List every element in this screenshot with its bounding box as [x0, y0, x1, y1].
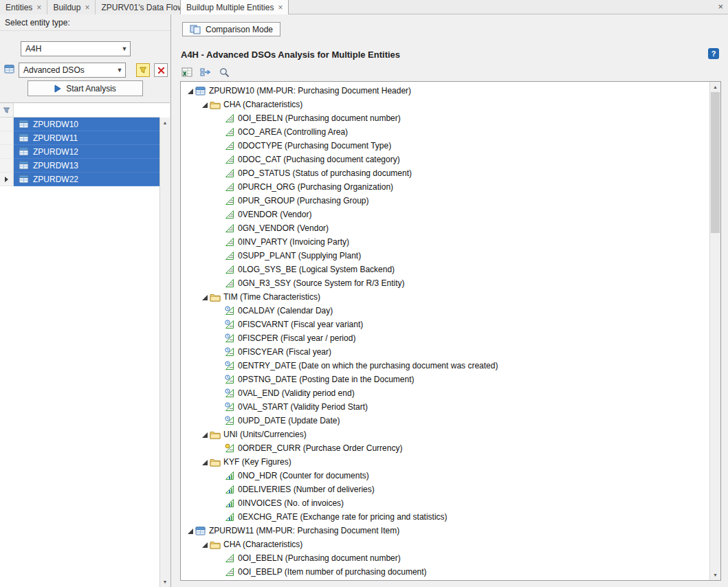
- scroll-up-icon[interactable]: ▲: [160, 118, 170, 128]
- tree-row[interactable]: 0LOG_SYS_BE (Logical System Backend): [181, 263, 709, 276]
- expander-spacer: [214, 251, 223, 261]
- entity-list: ZPURDW10ZPURDW11ZPURDW12ZPURDW13ZPURDW22: [0, 118, 159, 186]
- entity-row[interactable]: ZPURDW22: [0, 173, 159, 186]
- scroll-down-icon[interactable]: ▼: [710, 570, 720, 580]
- tab-buildup-multiple-entities[interactable]: Buildup Multiple Entities×: [180, 0, 289, 14]
- filter-button[interactable]: [136, 63, 150, 77]
- comparison-mode-button[interactable]: Comparison Mode: [182, 22, 280, 36]
- grid-filter-row: [0, 103, 159, 118]
- expander-icon[interactable]: [199, 292, 209, 302]
- tree-row[interactable]: 0FISCPER (Fiscal year / period): [181, 331, 709, 345]
- tree-row[interactable]: 0UPD_DATE (Update Date): [181, 414, 709, 428]
- tree-row[interactable]: 0INV_PARTY (Invoicing Party): [181, 235, 709, 249]
- expander-icon[interactable]: [185, 526, 195, 535]
- system-select[interactable]: A4H ▼: [21, 41, 131, 56]
- tree-row[interactable]: 0PUR_GROUP (Purchasing Group): [181, 194, 709, 208]
- tab-label: ZPURV01's Data Flow: [101, 3, 183, 12]
- entity-cell[interactable]: ZPURDW10: [14, 118, 159, 131]
- tree-row[interactable]: UNI (Units/Currencies): [181, 428, 709, 441]
- entity-row[interactable]: ZPURDW11: [0, 131, 159, 145]
- entity-row[interactable]: ZPURDW10: [0, 118, 159, 131]
- tree-node-label: ZPURDW11 (MM-PUR: Purchasing Document It…: [209, 526, 399, 535]
- expander-icon[interactable]: [199, 430, 209, 439]
- export-excel-button[interactable]: [180, 65, 194, 79]
- tree-row[interactable]: 0GN_R3_SSY (Source System for R/3 Entity…: [181, 276, 709, 290]
- tabstrip-close-icon[interactable]: ×: [718, 2, 723, 11]
- tree-row[interactable]: 0DOC_CAT (Puchasing document category): [181, 153, 709, 166]
- key-figure-icon: [223, 471, 235, 480]
- entity-cell[interactable]: ZPURDW11: [14, 131, 159, 145]
- tree-row[interactable]: 0EXCHG_RATE (Exchange rate for pricing a…: [181, 510, 709, 524]
- tab-buildup[interactable]: Buildup×: [47, 0, 96, 14]
- help-button[interactable]: ?: [708, 48, 719, 59]
- tree-row[interactable]: 0ENTRY_DATE (Date on which the purchasin…: [181, 359, 709, 373]
- chevron-down-icon[interactable]: ▼: [114, 67, 125, 74]
- play-icon: [54, 85, 61, 93]
- comparison-mode-label: Comparison Mode: [206, 25, 273, 34]
- entity-cell[interactable]: ZPURDW22: [14, 173, 159, 186]
- scrollbar-thumb[interactable]: [711, 92, 720, 233]
- expander-icon[interactable]: [199, 540, 209, 549]
- tree-row[interactable]: 0OI_EBELN (Purchasing document number): [181, 551, 709, 565]
- grid-filter-input[interactable]: [14, 103, 159, 117]
- tree-row[interactable]: 0INVOICES (No. of invoices): [181, 496, 709, 510]
- tree-row[interactable]: 0GN_VENDOR (Vendor): [181, 221, 709, 235]
- tree-row[interactable]: 0VAL_END (Validity period end): [181, 386, 709, 400]
- entity-grid-scrollbar[interactable]: ▲ ▼: [159, 118, 170, 587]
- tree-row[interactable]: 0PSTNG_DATE (Posting Date in the Documen…: [181, 373, 709, 386]
- chevron-down-icon[interactable]: ▼: [119, 45, 130, 52]
- tab-close-icon[interactable]: ×: [85, 3, 89, 12]
- entity-type-select[interactable]: Advanced DSOs ▼: [19, 63, 126, 78]
- tree-row[interactable]: 0OI_EBELP (Item number of purchasing doc…: [181, 565, 709, 579]
- tree-node-label: 0VAL_START (Validity Period Start): [238, 402, 368, 412]
- tree-row[interactable]: 0VENDOR (Vendor): [181, 208, 709, 221]
- tree-content: ZPURDW10 (MM-PUR: Purchasing Document He…: [181, 82, 709, 580]
- tree-row[interactable]: 0VAL_START (Validity Period Start): [181, 400, 709, 414]
- entity-row[interactable]: ZPURDW12: [0, 145, 159, 159]
- entity-cell[interactable]: ZPURDW13: [14, 159, 159, 173]
- tree-row[interactable]: 0PO_STATUS (Status of purchasing documen…: [181, 166, 709, 180]
- right-tab-group: Buildup Multiple Entities×: [180, 0, 289, 14]
- tree-row[interactable]: 0CALDAY (Calendar Day): [181, 304, 709, 318]
- adso-icon: [195, 527, 206, 535]
- tree-row[interactable]: 0OI_EBELN (Purchasing document number): [181, 111, 709, 125]
- tab-entities[interactable]: Entities×: [0, 0, 47, 14]
- adso-icon: [19, 175, 29, 184]
- tree-row[interactable]: 0FISCVARNT (Fiscal year variant): [181, 318, 709, 331]
- tree-row[interactable]: KYF (Key Figures): [181, 455, 709, 469]
- tree-row[interactable]: 0PURCH_ORG (Purchasing Organization): [181, 180, 709, 194]
- tree-row[interactable]: 0NO_HDR (Counter for documents): [181, 469, 709, 483]
- data-flow-button[interactable]: [199, 65, 212, 79]
- tab-close-icon[interactable]: ×: [278, 3, 283, 12]
- tab-close-icon[interactable]: ×: [36, 3, 41, 12]
- tree-row[interactable]: ZPURDW10 (MM-PUR: Purchasing Document He…: [181, 84, 709, 98]
- tree-node-label: 0CO_AREA (Controlling Area): [238, 127, 348, 137]
- tree-row[interactable]: ZPURDW11 (MM-PUR: Purchasing Document It…: [181, 524, 709, 538]
- entity-cell[interactable]: ZPURDW12: [14, 145, 159, 159]
- zoom-button[interactable]: [217, 65, 231, 79]
- tree-row[interactable]: 0SUPP_PLANT (Supplying Plant): [181, 249, 709, 263]
- scroll-up-icon[interactable]: ▲: [710, 82, 720, 92]
- tree-node-label: 0DOCTYPE (Purchasing Document Type): [238, 141, 391, 151]
- tree-row[interactable]: 0DELIVERIES (Number of deliveries): [181, 483, 709, 496]
- tree-row[interactable]: CHA (Characteristics): [181, 98, 709, 111]
- entity-row[interactable]: ZPURDW13: [0, 159, 159, 173]
- start-analysis-label: Start Analysis: [66, 84, 116, 93]
- scroll-down-icon[interactable]: ▼: [160, 577, 170, 587]
- tree-row[interactable]: CHA (Characteristics): [181, 538, 709, 551]
- tree-row[interactable]: 0FISCYEAR (Fiscal year): [181, 345, 709, 359]
- expander-icon[interactable]: [185, 86, 195, 96]
- tree-row[interactable]: 0DOCTYPE (Purchasing Document Type): [181, 139, 709, 153]
- expander-icon[interactable]: [199, 100, 209, 109]
- tree-row[interactable]: 0ORDER_CURR (Purchase Order Currency): [181, 441, 709, 455]
- expander-spacer: [214, 361, 223, 370]
- expander-icon[interactable]: [199, 457, 209, 467]
- row-indicator: [0, 173, 14, 186]
- tree-scrollbar[interactable]: ▲ ▼: [709, 82, 720, 580]
- tree-row[interactable]: 0CO_AREA (Controlling Area): [181, 125, 709, 139]
- clear-filter-button[interactable]: [154, 63, 168, 77]
- tab-label: Buildup: [53, 3, 80, 12]
- start-analysis-button[interactable]: Start Analysis: [27, 80, 143, 96]
- tree-row[interactable]: TIM (Time Characteristics): [181, 290, 709, 304]
- entity-name: ZPURDW12: [33, 147, 78, 157]
